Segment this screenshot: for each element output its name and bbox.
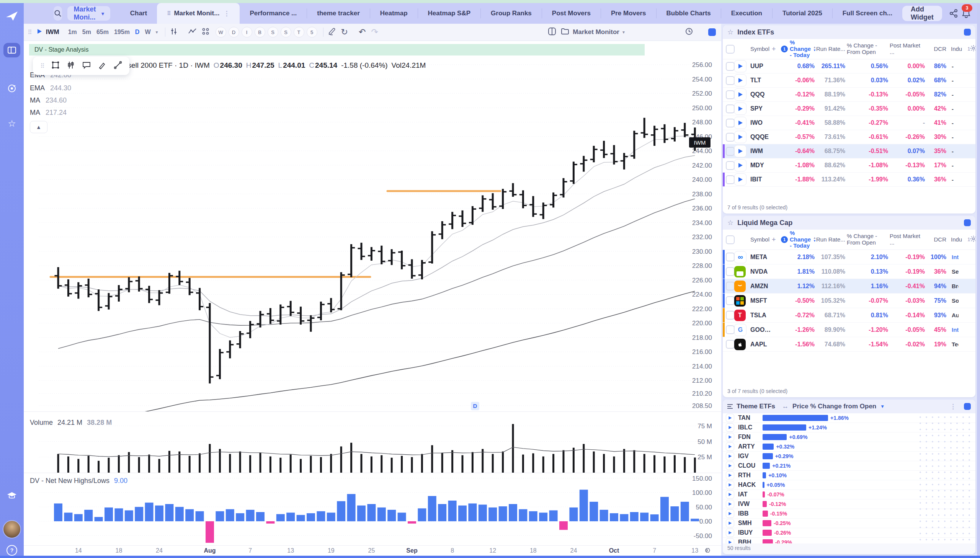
row-checkbox[interactable] xyxy=(726,325,735,334)
table-row-IWO[interactable]: IWO-0.41%58.88%-0.27%-41%- xyxy=(723,116,975,130)
mega-cap-header[interactable]: ☆ Liquid Mega Cap xyxy=(723,216,975,230)
tab-chart[interactable]: Chart xyxy=(120,3,157,24)
column-dcr[interactable]: DCR xyxy=(926,46,948,53)
strategy-button-5-7[interactable]: 5 xyxy=(307,27,317,38)
net-new-highs-lows-chart[interactable]: 150.00100.0050.000.00-50.00 xyxy=(24,474,721,544)
table-row-TSLA[interactable]: TTSLA-0.72%68.71%0.81%-0.14%93%Automobil… xyxy=(723,308,975,323)
column-post-market[interactable]: Post Market ... xyxy=(890,233,926,246)
help-icon[interactable]: ? xyxy=(0,545,24,556)
column-symbol[interactable]: Symbol + xyxy=(750,45,781,53)
table-row-QQQE[interactable]: QQQE-0.57%73.61%-0.61%-0.26%30%- xyxy=(723,130,975,144)
drag-handle-icon[interactable]: ⠿ xyxy=(40,62,44,70)
theme-etfs-header[interactable]: Theme ETFs ↔ Price % Change from Open ▼ … xyxy=(723,400,975,414)
column-pct-change-today[interactable]: 1% Change - Today▲▼ xyxy=(781,230,816,249)
price-chart[interactable]: 256.00254.00252.00250.00248.00246.00244.… xyxy=(24,41,721,412)
row-checkbox[interactable] xyxy=(726,133,735,141)
history-icon[interactable] xyxy=(685,28,693,37)
timeframe-W[interactable]: W xyxy=(142,29,153,36)
play-icon[interactable] xyxy=(726,471,734,479)
play-icon[interactable] xyxy=(726,414,734,422)
table-row-SPY[interactable]: SPY-0.29%91.42%-0.35%0.00%42%- xyxy=(723,102,975,116)
table-row-GOO[interactable]: GGOO…-1.26%89.90%-1.20%-0.05%45%Interact… xyxy=(723,323,975,337)
table-row-MDY[interactable]: MDY-1.08%88.62%-1.08%-0.13%17%- xyxy=(723,158,975,172)
indicator-candles-icon[interactable] xyxy=(67,61,75,71)
widget-color-chip[interactable] xyxy=(964,29,971,36)
volume-chart[interactable]: 75 M50 M25 M xyxy=(24,415,721,473)
tab-market-monit[interactable]: ⠿Market Monit...⋮ xyxy=(157,3,240,24)
play-icon[interactable] xyxy=(726,490,734,499)
strategy-button-s-5[interactable]: S xyxy=(281,27,291,38)
legend-ma2[interactable]: MA217.24 xyxy=(30,109,67,117)
column-pct-change-today[interactable]: 1% Change - Today▲▼ xyxy=(781,39,816,59)
play-icon[interactable] xyxy=(726,452,734,460)
selection-rect-icon[interactable] xyxy=(51,61,60,71)
star-icon[interactable]: ☆ xyxy=(727,28,734,36)
sidebar-item-favorites-star-icon[interactable]: ☆ xyxy=(0,118,24,130)
column-post-market[interactable]: Post Market ... xyxy=(890,43,926,56)
row-checkbox[interactable] xyxy=(726,161,735,170)
comment-bubble-icon[interactable] xyxy=(82,61,91,71)
play-icon[interactable] xyxy=(726,538,734,543)
row-checkbox[interactable] xyxy=(726,296,735,305)
timeframe-195m[interactable]: 195m xyxy=(112,29,133,36)
table-row-AAPL[interactable]: AAPL-1.56%74.68%-1.54%-0.02%19%Technolog… xyxy=(723,337,975,352)
play-icon[interactable] xyxy=(726,481,734,489)
row-checkbox[interactable] xyxy=(726,267,735,276)
symbol-input[interactable]: IWM xyxy=(46,28,59,36)
play-icon[interactable] xyxy=(726,461,734,470)
sidebar-item-scanner-target-icon[interactable] xyxy=(0,83,24,94)
play-icon[interactable] xyxy=(726,500,734,508)
grid-layout-icon[interactable] xyxy=(202,28,209,36)
table-row-NVDA[interactable]: NVDA1.81%110.08%0.13%-0.19%36%Semiconduc… xyxy=(723,264,975,279)
multi-line-chart-icon[interactable] xyxy=(188,28,197,36)
column-symbol[interactable]: Symbol + xyxy=(750,236,781,243)
strategy-button-d-1[interactable]: D xyxy=(228,27,239,38)
strategy-button-i-2[interactable]: I xyxy=(241,27,252,38)
timeframe-1m[interactable]: 1m xyxy=(66,29,80,36)
table-column-header[interactable]: Symbol +1% Change - Today▲▼Run Rate...% … xyxy=(723,39,975,59)
table-row-UUP[interactable]: UUP0.68%265.11%0.56%0.00%86%- xyxy=(723,59,975,74)
table-row-AMZN[interactable]: ⌣AMZN1.12%112.16%1.16%-0.41%94%Broadline… xyxy=(723,279,975,294)
app-logo-plane-icon[interactable] xyxy=(0,8,24,24)
play-icon[interactable] xyxy=(37,29,42,36)
row-checkbox[interactable] xyxy=(726,119,735,128)
tab-heatmap[interactable]: Heatmap xyxy=(370,3,418,24)
strategy-button-t-6[interactable]: T xyxy=(294,27,304,38)
table-row-IWM[interactable]: IWM-0.64%68.75%-0.51%0.07%35%- xyxy=(723,144,975,158)
table-row-META[interactable]: ∞META2.18%107.35%2.10%-0.19%100%Interact… xyxy=(723,250,975,264)
row-checkbox[interactable] xyxy=(726,147,735,156)
add-widget-button[interactable]: Add Widget xyxy=(902,6,942,21)
timeframe-D[interactable]: D xyxy=(133,29,143,36)
tab-theme-tracker[interactable]: theme tracker xyxy=(307,3,370,24)
tab-post-movers[interactable]: Post Movers xyxy=(542,3,601,24)
workspace-selector[interactable]: Market Moni... ▾ xyxy=(67,6,110,21)
search-button[interactable] xyxy=(54,6,62,21)
play-icon[interactable] xyxy=(726,519,734,527)
layout-selector[interactable]: Market Monitor xyxy=(573,28,619,36)
tab-performance[interactable]: Performance ... xyxy=(240,3,307,24)
strategy-button-s-4[interactable]: S xyxy=(268,27,278,38)
date-axis[interactable]: 141824Aug7131925Sep8121824Oct713 xyxy=(24,545,721,556)
play-icon[interactable] xyxy=(726,509,734,518)
row-checkbox[interactable] xyxy=(726,76,735,85)
indicator-settings-icon[interactable] xyxy=(170,28,177,37)
table-row-MSFT[interactable]: MSFT-0.50%105.32%-0.07%-0.03%75%Software xyxy=(723,294,975,308)
axis-settings-gear-icon[interactable] xyxy=(703,547,711,556)
chevron-down-icon[interactable]: ▾ xyxy=(622,30,625,35)
tab-execution[interactable]: Execution xyxy=(721,3,772,24)
user-avatar[interactable] xyxy=(0,520,24,538)
drag-handle-icon[interactable]: ⠿ xyxy=(28,29,31,36)
index-etfs-header[interactable]: ☆ Index ETFs xyxy=(723,25,975,39)
row-checkbox[interactable] xyxy=(726,311,735,320)
row-checkbox[interactable] xyxy=(726,105,735,113)
columns-settings-gear-icon[interactable] xyxy=(970,45,975,53)
table-row-QQQ[interactable]: QQQ-0.12%88.19%-0.13%-0.05%82%- xyxy=(723,88,975,102)
table-column-header[interactable]: Symbol +1% Change - Today▲▼Run Rate...% … xyxy=(723,230,975,250)
sidebar-item-dashboards[interactable] xyxy=(3,43,20,57)
tab-bubble-charts[interactable]: Bubble Charts xyxy=(657,3,721,24)
row-checkbox[interactable] xyxy=(726,62,735,71)
play-icon[interactable] xyxy=(726,528,734,537)
sidebar-item-learn-graduation-cap-icon[interactable] xyxy=(0,490,24,501)
widget-color-chip[interactable] xyxy=(964,403,971,410)
play-icon[interactable] xyxy=(726,433,734,441)
